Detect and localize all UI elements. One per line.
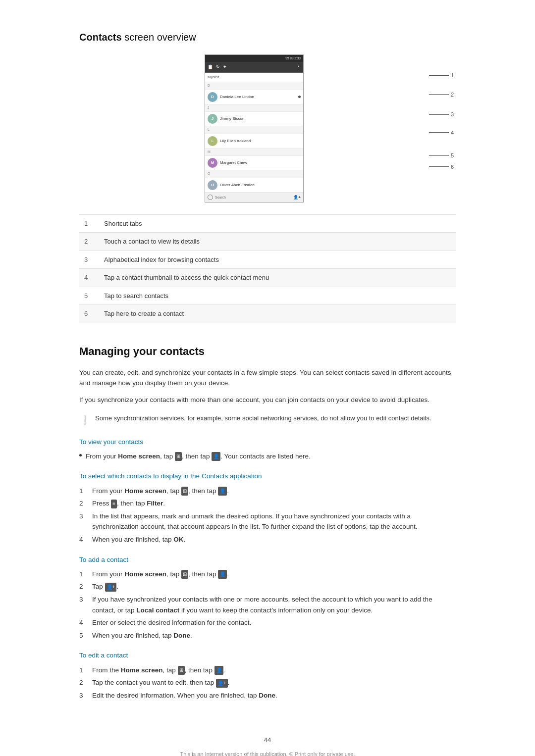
ann-item-5: 5 bbox=[429, 151, 456, 160]
refresh-tab-icon: ↻ bbox=[216, 64, 220, 71]
myself-row: Myself bbox=[205, 73, 303, 82]
edit-step-2: 2 Tap the contact you want to edit, then… bbox=[79, 677, 456, 688]
person-icon-e1: 👤 bbox=[214, 666, 223, 675]
page-footer: 44 This is an Internet version of this p… bbox=[79, 725, 456, 756]
select-contacts-steps: 1 From your Home screen, tap ⊞, then tap… bbox=[79, 486, 456, 545]
grid-icon-v1: ⊞ bbox=[175, 452, 182, 461]
managing-para1: You can create, edit, and synchronize yo… bbox=[79, 367, 456, 389]
select-step-4: 4 When you are finished, tap OK. bbox=[79, 534, 456, 545]
letter-d-header: D bbox=[205, 82, 303, 90]
contact-jimmy-name: Jimmy Sisson bbox=[220, 116, 301, 122]
ann-line-4 bbox=[429, 132, 449, 133]
managing-para2: If you synchronize your contacts with mo… bbox=[79, 395, 456, 405]
dot-daniela bbox=[298, 96, 301, 98]
contact-margaret-name: Margaret Chew bbox=[220, 160, 301, 166]
avatar-daniela: D bbox=[208, 92, 217, 102]
section-title: Contacts screen overview bbox=[79, 30, 456, 45]
view-contacts-bullet-1: From your Home screen, tap ⊞, then tap 👤… bbox=[79, 451, 456, 462]
contact-lily-row: L Lily Ellen Ackland bbox=[205, 134, 303, 149]
overview-num-5: 5 bbox=[79, 287, 99, 305]
ann-num-5: 5 bbox=[451, 151, 456, 160]
contacts-tab-icon: 📋 bbox=[208, 64, 213, 71]
person-icon-s1: 👤 bbox=[218, 487, 227, 496]
letter-l-header: L bbox=[205, 126, 303, 134]
phone-diagram: 95 88 2:33 📋 ↻ ✦ ⋮ Myself D D Daniela Le… bbox=[79, 54, 456, 202]
overview-num-1: 1 bbox=[79, 214, 99, 233]
overview-num-4: 4 bbox=[79, 269, 99, 287]
overview-row-1: 1 Shortcut tabs bbox=[79, 214, 456, 233]
ann-item-4: 4 bbox=[429, 129, 456, 137]
ann-item-2: 2 bbox=[429, 91, 456, 99]
overview-text-2: Touch a contact to view its details bbox=[99, 233, 456, 251]
contact-jimmy-row: J Jimmy Sisson bbox=[205, 112, 303, 126]
ann-num-2: 2 bbox=[451, 91, 456, 99]
add-step-3: 3 If you have synchronized your contacts… bbox=[79, 594, 456, 615]
overview-text-4: Tap a contact thumbnail to access the qu… bbox=[99, 269, 456, 287]
note-text: Some synchronization services, for examp… bbox=[95, 413, 431, 424]
grid-icon-a1: ⊞ bbox=[181, 570, 188, 579]
bullet-dot-1 bbox=[79, 454, 82, 456]
footer-copyright: This is an Internet version of this publ… bbox=[79, 750, 456, 756]
search-label: Search bbox=[215, 195, 226, 201]
grid-icon-s1: ⊞ bbox=[181, 487, 188, 496]
annotations-column: 1 2 3 4 5 6 bbox=[429, 54, 456, 171]
overview-row-4: 4 Tap a contact thumbnail to access the … bbox=[79, 269, 456, 287]
person-icon-a1: 👤 bbox=[218, 570, 227, 579]
ann-line-5 bbox=[429, 155, 449, 156]
overview-row-5: 5 Tap to search contacts bbox=[79, 287, 456, 305]
overview-row-3: 3 Alphabetical index for browsing contac… bbox=[79, 251, 456, 269]
edit-step-3: 3 Edit the desired information. When you… bbox=[79, 690, 456, 701]
phone-topbar: 📋 ↻ ✦ ⋮ bbox=[205, 62, 303, 73]
avatar-margaret: M bbox=[208, 158, 217, 168]
avatar-jimmy: J bbox=[208, 114, 217, 124]
person-add-icon-a2: 👤+ bbox=[105, 583, 117, 592]
add-step-1: 1 From your Home screen, tap ⊞, then tap… bbox=[79, 569, 456, 580]
ann-item-3: 3 bbox=[429, 110, 456, 119]
edit-step-1: 1 From the Home screen, tap ⊞, then tap … bbox=[79, 665, 456, 676]
add-step-5: 5 When you are finished, tap Done. bbox=[79, 630, 456, 641]
phone-statusbar: 95 88 2:33 bbox=[205, 55, 303, 62]
overview-num-2: 2 bbox=[79, 233, 99, 251]
statusbar-text: 95 88 2:33 bbox=[285, 56, 301, 61]
page-number: 44 bbox=[79, 735, 456, 745]
person-add-icon-e2: 👤+ bbox=[216, 679, 228, 688]
ann-line-2 bbox=[429, 94, 449, 95]
select-step-3: 3 In the list that appears, mark and unm… bbox=[79, 511, 456, 532]
ann-line-6 bbox=[429, 166, 449, 167]
contact-oliver-name: Oliver Anch Frisden bbox=[220, 182, 301, 188]
managing-title: Managing your contacts bbox=[79, 343, 456, 359]
note-exclamation-icon: ❕ bbox=[79, 414, 90, 427]
avatar-lily: L bbox=[208, 136, 217, 146]
note-box: ❕ Some synchronization services, for exa… bbox=[79, 413, 456, 427]
star-tab-icon: ✦ bbox=[223, 64, 227, 71]
avatar-oliver: O bbox=[208, 180, 217, 190]
ann-item-1: 1 bbox=[429, 71, 456, 80]
letter-m-header: M bbox=[205, 149, 303, 156]
subheading-select-contacts: To select which contacts to display in t… bbox=[79, 471, 456, 481]
ann-num-1: 1 bbox=[451, 71, 456, 80]
overview-text-1: Shortcut tabs bbox=[99, 214, 456, 233]
contact-oliver-row: O Oliver Anch Frisden bbox=[205, 178, 303, 193]
view-contacts-text-1: From your Home screen, tap ⊞, then tap 👤… bbox=[86, 451, 311, 462]
ann-num-6: 6 bbox=[451, 163, 456, 171]
contact-daniela-row: D Daniela Lee Lindon bbox=[205, 90, 303, 104]
grid-icon-e1: ⊞ bbox=[178, 666, 185, 675]
overview-num-3: 3 bbox=[79, 251, 99, 269]
overview-text-3: Alphabetical index for browsing contacts bbox=[99, 251, 456, 269]
overview-num-6: 6 bbox=[79, 305, 99, 323]
ann-num-3: 3 bbox=[451, 110, 456, 119]
view-contacts-list: From your Home screen, tap ⊞, then tap 👤… bbox=[79, 451, 456, 462]
select-step-2: 2 Press ≡, then tap Filter. bbox=[79, 498, 456, 509]
ann-line-1 bbox=[429, 75, 449, 76]
phone-screen: 95 88 2:33 📋 ↻ ✦ ⋮ Myself D D Daniela Le… bbox=[205, 54, 304, 202]
add-step-2: 2 Tap 👤+. bbox=[79, 581, 456, 592]
person-icon-v1: 👤 bbox=[212, 452, 220, 461]
overview-row-2: 2 Touch a contact to view its details bbox=[79, 233, 456, 251]
subheading-edit-contact: To edit a contact bbox=[79, 651, 456, 660]
title-rest: screen overview bbox=[122, 32, 196, 43]
menu-icon-s2: ≡ bbox=[111, 500, 117, 508]
search-circle-icon bbox=[208, 195, 213, 200]
add-contact-btn[interactable]: 👤+ bbox=[293, 195, 301, 201]
phone-bottombar: Search 👤+ bbox=[205, 193, 303, 202]
add-contact-steps: 1 From your Home screen, tap ⊞, then tap… bbox=[79, 569, 456, 641]
